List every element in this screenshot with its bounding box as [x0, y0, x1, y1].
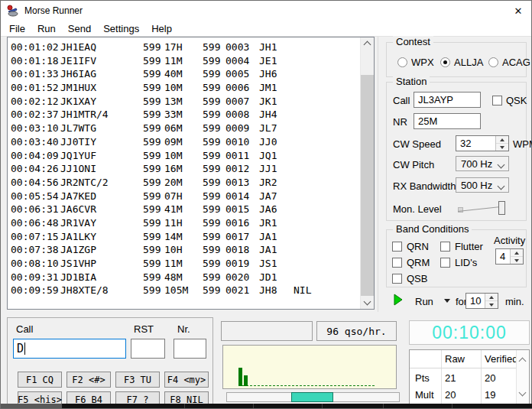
duration-spinner[interactable]: 10: [466, 293, 498, 309]
log-scrollbar[interactable]: [360, 37, 374, 309]
qso-prefix: JR1: [259, 216, 294, 230]
spin-down-icon[interactable]: [511, 257, 523, 264]
title-bar: Morse Runner ✕: [1, 1, 531, 21]
scrollbar-thumb[interactable]: [361, 75, 374, 296]
menu-item[interactable]: Send: [62, 23, 97, 34]
radio-icon[interactable]: [397, 57, 407, 67]
call-input[interactable]: D: [13, 339, 126, 359]
function-key-button[interactable]: F2 <#>: [66, 372, 111, 388]
rx-bandwidth-dropdown[interactable]: 500 Hz: [456, 177, 509, 193]
cw-speed-spinner[interactable]: 32: [456, 135, 509, 151]
qso-time: 00:06:31: [11, 203, 60, 216]
qso-rate-box: 96 qso/hr.: [316, 321, 397, 341]
qso-exchange-sent: 16M: [164, 162, 203, 176]
radio-acag[interactable]: ACAG: [488, 57, 530, 68]
radio-allja[interactable]: ALLJA: [440, 57, 483, 68]
wpm-label: WPM: [513, 138, 532, 150]
log-row: 00:04:26 JJ1ONI 599 16M 599 0012 JJ1: [11, 162, 361, 176]
qso-callsign: JH1MTR/4: [60, 108, 143, 122]
rst-input[interactable]: [131, 339, 165, 359]
cw-pitch-dropdown[interactable]: 700 Hz: [456, 156, 509, 171]
checkbox-icon[interactable]: [392, 242, 402, 252]
spin-up-icon[interactable]: [511, 249, 523, 257]
text-caret: [24, 342, 25, 355]
qso-number-received: 0013: [225, 176, 259, 190]
slider-thumb[interactable]: [498, 201, 505, 215]
spinner-arrows[interactable]: [510, 249, 523, 264]
function-key-button[interactable]: F3 TU: [115, 372, 160, 388]
qso-callsign: JL7WTG: [60, 122, 143, 135]
qso-callsign: JA1ZGP: [60, 243, 143, 257]
qsb-checkbox[interactable]: QSB: [392, 273, 427, 284]
qso-rst-sent: 599: [143, 149, 164, 163]
score-scrollbar[interactable]: [516, 350, 529, 407]
qso-number-received: 0009: [225, 122, 259, 135]
spin-down-icon[interactable]: [496, 144, 508, 151]
checkbox-icon[interactable]: [392, 274, 402, 284]
activity-spinner[interactable]: 4: [495, 248, 524, 265]
log-row: 00:07:15 JA1LKY 599 14M 599 0017 JA1: [11, 230, 361, 244]
score-header: Raw Verified: [410, 350, 517, 368]
qso-callsign: JM1HUX: [60, 81, 143, 95]
scroll-up-icon[interactable]: [519, 358, 527, 365]
band-conditions-title: Band Conditions: [393, 223, 472, 235]
menu-item[interactable]: Settings: [97, 23, 145, 34]
function-keys: F1 CQF2 <#>F3 TUF4 <my>F5 <his>F6 B4F7 ?…: [18, 372, 209, 407]
scroll-down-icon[interactable]: [519, 389, 527, 397]
flutter-checkbox[interactable]: Flutter: [440, 241, 483, 252]
log-row: 00:02:37 JH1MTR/4 599 33M 599 0008 JH4: [11, 108, 361, 122]
checkbox-icon[interactable]: [392, 258, 402, 268]
score-row-label: Pts: [415, 372, 430, 384]
close-icon[interactable]: ✕: [507, 1, 530, 21]
qso-rst-received: 599: [203, 176, 225, 190]
qso-number-received: 0012: [225, 162, 259, 176]
menu-item[interactable]: Run: [31, 23, 62, 34]
radio-icon[interactable]: [488, 57, 498, 67]
qso-time: 00:08:10: [11, 257, 60, 271]
mon-level-label: Mon. Level: [393, 203, 442, 215]
station-call-input[interactable]: JL3AYP: [414, 92, 481, 108]
qso-time: 00:04:26: [11, 162, 60, 176]
checkbox-icon[interactable]: [440, 258, 450, 268]
score-raw-value: 20: [445, 389, 456, 401]
frequency-thumb[interactable]: [291, 392, 333, 402]
qso-callsign: JH1EAQ: [60, 41, 143, 54]
qsk-checkbox[interactable]: QSK: [492, 95, 527, 106]
qso-time: 00:02:12: [11, 95, 60, 109]
station-nr-input[interactable]: 25M: [414, 113, 481, 129]
function-key-button[interactable]: F1 CQ: [18, 372, 62, 388]
qso-exchange-sent: 105M: [164, 284, 203, 297]
qso-prefix: JL7: [259, 122, 294, 135]
qso-rst-received: 599: [203, 284, 225, 297]
play-icon[interactable]: [394, 294, 403, 306]
qso-prefix: JH4: [259, 108, 294, 122]
cw-pitch-value: 700 Hz: [461, 157, 492, 170]
nr-input[interactable]: [174, 339, 206, 359]
menu-item[interactable]: File: [3, 23, 31, 34]
checkbox-icon[interactable]: [440, 242, 450, 252]
qrm-checkbox[interactable]: QRM: [392, 257, 430, 268]
qso-note: [294, 176, 361, 190]
qrn-checkbox[interactable]: QRN: [392, 241, 429, 252]
spin-up-icon[interactable]: [485, 294, 498, 301]
function-key-button[interactable]: F4 <my>: [164, 372, 209, 388]
menu-item[interactable]: Help: [145, 23, 178, 34]
lids-checkbox[interactable]: LID's: [440, 257, 477, 268]
qso-rst-received: 599: [203, 216, 225, 230]
score-raw-value: 21: [445, 372, 456, 384]
scroll-up-icon[interactable]: [361, 37, 374, 50]
spin-up-icon[interactable]: [496, 136, 508, 144]
qso-rst-sent: 599: [143, 122, 164, 135]
spinner-arrows[interactable]: [495, 136, 508, 151]
run-button[interactable]: Run: [415, 296, 433, 307]
spinner-arrows[interactable]: [485, 294, 498, 308]
spin-down-icon[interactable]: [485, 301, 498, 308]
radio-selected-icon[interactable]: [440, 57, 450, 67]
checkbox-icon[interactable]: [492, 96, 502, 105]
run-dropdown-icon[interactable]: [444, 299, 450, 303]
qso-time: 00:01:18: [11, 54, 60, 68]
qso-rst-received: 599: [203, 149, 225, 163]
frequency-scrollbar[interactable]: [226, 392, 400, 402]
radio-wpx[interactable]: WPX: [397, 57, 434, 68]
scroll-down-icon[interactable]: [361, 297, 374, 309]
